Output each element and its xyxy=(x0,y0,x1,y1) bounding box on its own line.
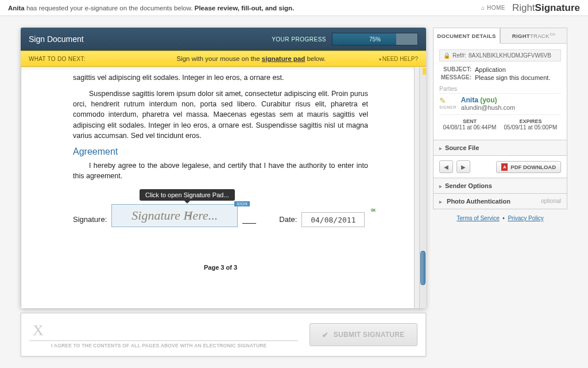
party-you-tag: (you) xyxy=(480,96,497,104)
scrollbar-thumb[interactable] xyxy=(420,251,425,285)
date-label: Date: xyxy=(279,215,297,227)
agreement-heading: Agreement xyxy=(73,147,368,157)
request-message: Anita has requested your e-signature on … xyxy=(8,5,294,12)
message-value: Please sign this document. xyxy=(475,74,550,81)
x-mark: X xyxy=(33,322,44,339)
hint-bar: WHAT TO DO NEXT: Sign with your mouse on… xyxy=(21,51,426,67)
progress-bar: 75% xyxy=(332,33,418,45)
signature-pad[interactable]: Signature Here... SIGN xyxy=(111,204,238,227)
sent-heading: SENT xyxy=(439,118,500,124)
party-row: ✎ SIGNER Anita (you) alundin@hush.com xyxy=(439,96,561,111)
accordion-sender-options[interactable]: Sender Options xyxy=(433,178,567,194)
tab-document-details[interactable]: DOCUMENT DETAILS xyxy=(433,28,500,44)
subject-value: Application xyxy=(475,66,506,73)
next-file-button[interactable]: ▶ xyxy=(457,160,470,173)
reference-number: 8AXLNBIKLKHUDMJGFVW6VB xyxy=(469,52,551,59)
sidebar-footer: Terms of Service • Privacy Policy xyxy=(433,209,567,227)
signature-label: Signature: xyxy=(73,215,107,227)
signature-placeholder: Signature Here... xyxy=(131,208,218,223)
progress-label: YOUR PROGRESS xyxy=(272,36,326,43)
date-field[interactable]: 04/08/2011 OK xyxy=(301,212,365,227)
privacy-link[interactable]: Privacy Policy xyxy=(508,215,543,221)
party-email: alundin@hush.com xyxy=(461,104,515,111)
reference-box: 🔒 Ref#: 8AXLNBIKLKHUDMJGFVW6VB xyxy=(439,49,561,62)
expires-value: 05/09/11 at 05:00PM xyxy=(500,124,561,131)
page-number: Page 3 of 3 xyxy=(73,264,368,271)
accordion-photo-auth[interactable]: Photo Authenticationoptional xyxy=(433,194,567,209)
party-name: Anita xyxy=(461,96,478,104)
panel-title: Sign Document xyxy=(29,34,84,44)
pdf-icon: A xyxy=(501,163,508,171)
prev-file-button[interactable]: ◀ xyxy=(439,160,453,173)
sign-badge: SIGN xyxy=(234,201,250,206)
top-bar: Anita has requested your e-signature on … xyxy=(0,0,588,16)
expires-heading: EXPIRES xyxy=(500,118,561,124)
details-sidebar: DOCUMENT DETAILS RIGHTTRACKtm 🔒 Ref#: 8A… xyxy=(433,28,567,308)
requester-name: Anita xyxy=(8,5,25,12)
need-help-toggle[interactable]: NEED HELP? xyxy=(379,56,418,62)
ok-badge: OK xyxy=(371,208,376,213)
todo-label: WHAT TO DO NEXT: xyxy=(29,56,123,62)
body-paragraph: Suspendisse sagittis lorem ipsum dolor s… xyxy=(73,89,368,141)
submit-signature-button[interactable]: ✔ SUBMIT SIGNATURE xyxy=(310,323,417,346)
signature-input[interactable]: X xyxy=(29,321,298,341)
document-page: sagittis vel adipiscing elit sodales. In… xyxy=(21,67,415,308)
title-bar: Sign Document YOUR PROGRESS 75% xyxy=(21,28,426,51)
tab-righttrack[interactable]: RIGHTTRACKtm xyxy=(500,28,567,44)
signature-tooltip: Click to open Signature Pad... xyxy=(140,189,235,201)
accordion-source-file[interactable]: Source File xyxy=(433,140,567,156)
signature-confirm-bar: X I AGREE TO THE CONTENTS OF ALL PAGES A… xyxy=(21,313,426,356)
lock-icon: 🔒 xyxy=(443,52,450,59)
home-link[interactable]: ⌂ HOME xyxy=(481,5,505,11)
vertical-scrollbar[interactable] xyxy=(419,67,426,308)
pen-icon: ✎ xyxy=(439,96,446,105)
document-panel: Sign Document YOUR PROGRESS 75% WHAT TO … xyxy=(21,28,426,308)
body-fragment: sagittis vel adipiscing elit sodales. In… xyxy=(73,72,368,83)
terms-link[interactable]: Terms of Service xyxy=(457,215,499,221)
pdf-download-button[interactable]: A PDF DOWNLOAD xyxy=(496,161,561,173)
brand-logo: RightSignature xyxy=(512,2,580,14)
scroll-marker xyxy=(423,68,426,75)
check-icon: ✔ xyxy=(322,331,328,339)
instruction-text: Sign with your mouse on the signature pa… xyxy=(123,55,379,62)
signature-caption: I AGREE TO THE CONTENTS OF ALL PAGES ABO… xyxy=(29,341,298,348)
progress-percent: 75% xyxy=(332,36,417,43)
sent-value: 04/08/11 at 06:44PM xyxy=(439,124,500,131)
parties-heading: Parties xyxy=(439,86,561,94)
agreement-text: I hereby agree to the above legalese, an… xyxy=(73,160,368,181)
